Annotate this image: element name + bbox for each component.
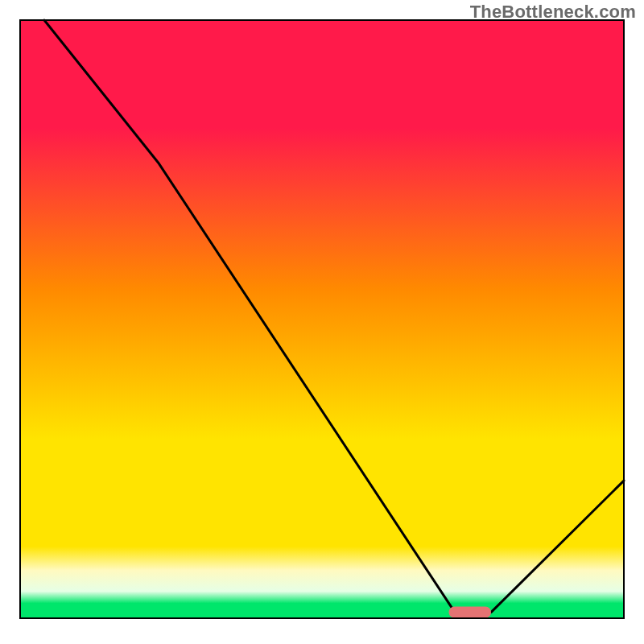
plot-gradient-background [20,20,624,618]
watermark-text: TheBottleneck.com [470,2,636,23]
chart-container: TheBottleneck.com [0,0,644,644]
optimal-range-marker [449,607,492,618]
bottleneck-curve-chart [0,0,644,644]
